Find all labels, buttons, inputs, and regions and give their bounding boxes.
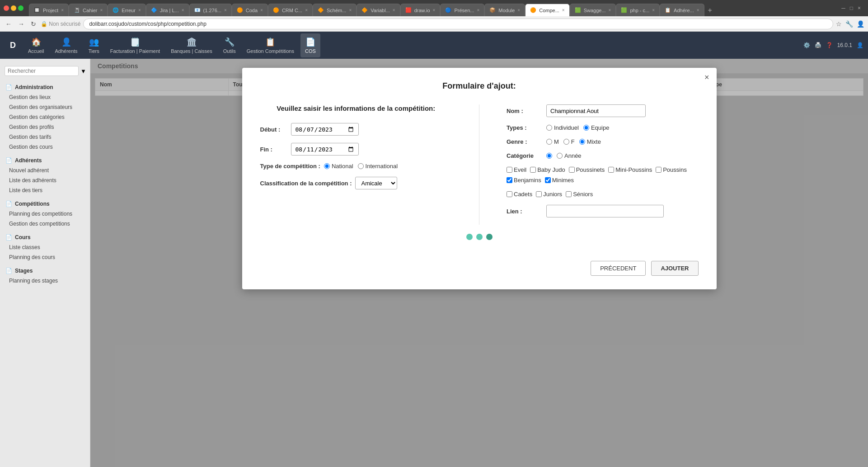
categorie-annee-radio[interactable] [557, 153, 563, 159]
nom-input[interactable] [546, 104, 646, 117]
cb-seniors-label[interactable]: Séniors [566, 191, 593, 198]
sidebar-link-liste-classes[interactable]: Liste classes [0, 242, 90, 252]
window-min-btn[interactable] [11, 5, 16, 11]
cb-minipoussins-label[interactable]: Mini-Poussins [608, 166, 652, 173]
sidebar-link-gestion-lieux[interactable]: Gestion des lieux [0, 92, 90, 102]
cb-juniors-label[interactable]: Juniors [536, 191, 562, 198]
nav-item-gestion-competitions[interactable]: 📋 Gestion Compétitions [242, 33, 299, 57]
categorie-default-radio[interactable] [546, 153, 552, 159]
browser-tab[interactable]: 🟠Coda× [232, 4, 268, 16]
bookmark-icon[interactable]: ☆ [836, 20, 842, 28]
cb-poussinets-label[interactable]: Poussinets [569, 166, 605, 173]
cb-benjamins[interactable] [507, 177, 512, 183]
close-btn[interactable]: × [858, 5, 861, 11]
cb-poussins[interactable] [656, 167, 662, 173]
sidebar-link-gestion-organisateurs[interactable]: Gestion des organisateurs [0, 102, 90, 112]
genre-m-radio[interactable] [546, 139, 552, 145]
type-national-radio[interactable] [324, 163, 330, 169]
types-equipe-label[interactable]: Equipe [583, 124, 609, 131]
browser-tab[interactable]: 📦Module× [484, 4, 525, 16]
sidebar-link-nouvel-adherent[interactable]: Nouvel adhérent [0, 165, 90, 175]
sidebar-link-liste-adherents[interactable]: Liste des adhérents [0, 175, 90, 185]
cb-eveil-label[interactable]: Eveil [507, 166, 526, 173]
genre-m-label[interactable]: M [546, 138, 559, 145]
settings-icon[interactable]: ⚙️ [803, 42, 810, 48]
browser-tab[interactable]: 🌐Erreur× [108, 4, 145, 16]
sidebar-link-planning-competitions[interactable]: Planning des competitions [0, 209, 90, 219]
type-national-label[interactable]: National [324, 163, 353, 170]
debut-input[interactable] [291, 123, 359, 136]
cb-babyjudo[interactable] [530, 167, 536, 173]
browser-tab[interactable]: 📧(1.276...× [189, 4, 232, 16]
print-icon[interactable]: 🖨️ [815, 42, 821, 48]
back-btn[interactable]: ← [4, 19, 14, 28]
categorie-annee-label[interactable]: Année [557, 152, 582, 159]
browser-tab[interactable]: 🟩php - c...× [616, 4, 660, 16]
profile-icon[interactable]: 👤 [857, 20, 864, 28]
browser-tab[interactable]: 🟠CRM C...× [268, 4, 313, 16]
categorie-default-label[interactable] [546, 153, 552, 159]
browser-tab[interactable]: 🟥draw.io× [400, 4, 441, 16]
cb-minipoussins[interactable] [608, 167, 614, 173]
minimize-btn[interactable]: ─ [841, 5, 845, 11]
modal-close-btn[interactable]: × [704, 73, 709, 81]
cb-minimes-label[interactable]: Minimes [545, 177, 574, 184]
browser-tab[interactable]: 🔶Schém...× [313, 4, 357, 16]
browser-tab[interactable]: 🔵Présen...× [440, 4, 484, 16]
types-individuel-radio[interactable] [546, 125, 552, 131]
fin-input[interactable] [291, 143, 359, 156]
sidebar-link-planning-stages[interactable]: Planning des stages [0, 276, 90, 286]
sidebar-link-gestion-tarifs[interactable]: Gestion des tarifs [0, 132, 90, 142]
browser-tab-active[interactable]: 🟠Compe...× [525, 4, 569, 16]
cb-juniors[interactable] [536, 191, 542, 197]
nav-item-adherents[interactable]: 👤 Adhérents [50, 33, 82, 57]
cb-benjamins-label[interactable]: Benjamins [507, 177, 541, 184]
precedent-button[interactable]: PRÉCEDENT [591, 261, 646, 276]
sidebar-link-gestion-cours[interactable]: Gestion des cours [0, 142, 90, 152]
lien-input[interactable] [546, 205, 664, 217]
cb-minimes[interactable] [545, 177, 551, 183]
cb-babyjudo-label[interactable]: Baby Judo [530, 166, 565, 173]
sidebar-link-gestion-profils[interactable]: Gestion des profils [0, 122, 90, 132]
genre-f-radio[interactable] [563, 139, 569, 145]
types-equipe-radio[interactable] [583, 125, 589, 131]
cb-seniors[interactable] [566, 191, 572, 197]
window-max-btn[interactable] [18, 5, 23, 11]
genre-f-label[interactable]: F [563, 138, 575, 145]
cb-cadets[interactable] [507, 191, 512, 197]
new-tab-btn[interactable]: + [704, 5, 716, 16]
forward-btn[interactable]: → [16, 19, 26, 28]
type-international-radio[interactable] [358, 163, 364, 169]
help-icon[interactable]: ❓ [826, 42, 833, 48]
nav-item-facturation[interactable]: 🗒️ Facturation | Paiement [106, 33, 164, 57]
sidebar-link-gestion-categories[interactable]: Gestion des catégories [0, 112, 90, 122]
sidebar-link-planning-cours[interactable]: Planning des cours [0, 252, 90, 262]
browser-tab[interactable]: 🔲Project × [29, 4, 69, 16]
window-close-btn[interactable] [4, 5, 9, 11]
cb-eveil[interactable] [507, 167, 512, 173]
nav-item-cos[interactable]: 📄 COS [300, 33, 320, 57]
cb-cadets-label[interactable]: Cadets [507, 191, 532, 198]
browser-tab[interactable]: 🔶Variabl...× [357, 4, 400, 16]
ajouter-button[interactable]: AJOUTER [651, 261, 698, 276]
classification-select[interactable]: Amicale Officielle Nationale [355, 177, 397, 189]
extensions-icon[interactable]: 🔧 [845, 20, 853, 28]
browser-tab[interactable]: 📓Cahier× [69, 4, 108, 16]
nav-item-outils[interactable]: 🔧 Outils [219, 33, 240, 57]
sidebar-link-liste-tiers[interactable]: Liste des tiers [0, 185, 90, 195]
search-input[interactable] [5, 66, 79, 76]
refresh-btn[interactable]: ↻ [29, 19, 38, 28]
browser-tab[interactable]: 🟩Swagge...× [570, 4, 616, 16]
nav-item-accueil[interactable]: 🏠 Accueil [23, 33, 48, 57]
browser-tab[interactable]: 📋Adhére...× [660, 4, 704, 16]
cb-poussinets[interactable] [569, 167, 575, 173]
nav-item-tiers[interactable]: 👥 Tiers [84, 33, 104, 57]
genre-mixte-label[interactable]: Mixte [579, 138, 601, 145]
user-avatar[interactable]: 👤 [857, 42, 863, 48]
genre-mixte-radio[interactable] [579, 139, 585, 145]
nav-item-banques[interactable]: 🏛️ Banques | Caisses [166, 33, 217, 57]
type-international-label[interactable]: International [358, 163, 398, 170]
restore-btn[interactable]: □ [850, 5, 853, 11]
sidebar-link-gestion-competitions[interactable]: Gestion des competitions [0, 219, 90, 229]
address-input[interactable] [83, 19, 833, 29]
